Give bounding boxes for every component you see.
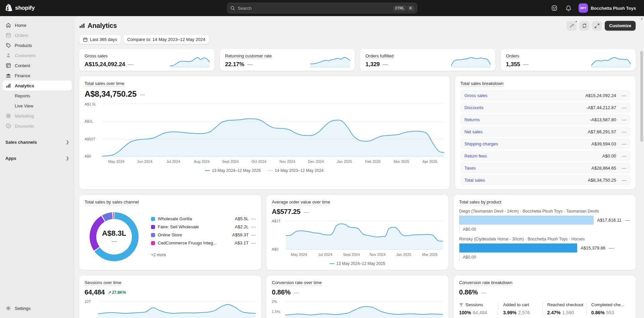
product-compare-value: A$0.00 <box>459 253 630 261</box>
total-sales-value: A$8,34,750.25 <box>85 89 137 99</box>
kpi-value: 22.17% <box>225 61 245 68</box>
notifications-bell-icon[interactable] <box>563 3 574 13</box>
y-tick: A$0 <box>272 247 279 251</box>
sidebar-item-reports[interactable]: Reports <box>3 91 72 101</box>
y-tick: A$50T <box>85 137 95 141</box>
comparison-dash: — <box>619 93 626 98</box>
breakdown-link[interactable]: Gross sales <box>464 93 586 98</box>
refresh-button[interactable] <box>579 21 589 31</box>
total-sales-breakdown-card: Total sales breakdown Gross salesA$15,24… <box>455 76 636 189</box>
breakdown-link[interactable]: Taxes <box>464 166 592 171</box>
card-title[interactable]: Conversion rate over time <box>272 280 322 286</box>
breakdown-rows: Gross salesA$15,24,092.24—Discounts-A$7,… <box>460 90 630 185</box>
kpi-card-orders: Orders1,355— <box>501 49 636 71</box>
legend-line-dotted <box>268 170 273 171</box>
channel-name: Faire: Sell Wholesale <box>158 224 232 229</box>
legend-item: 13 May 2024–12 May 2025 <box>205 168 260 173</box>
orders-icon <box>5 32 11 38</box>
breakdown-link[interactable]: Return fees <box>464 153 602 158</box>
fullscreen-button[interactable] <box>592 21 602 31</box>
sidebar-item-finance[interactable]: Finance <box>3 71 72 81</box>
sidebar: HomeOrdersProductsCustomersContentFinanc… <box>0 16 75 318</box>
breakdown-link[interactable]: Returns <box>464 117 590 122</box>
kpi-label[interactable]: Gross sales <box>85 53 108 59</box>
sidekick-icon[interactable] <box>549 3 560 13</box>
card-title[interactable]: Sessions over time <box>85 280 121 286</box>
x-tick: Jul 2024 <box>312 253 338 257</box>
kpi-label[interactable]: Orders fulfilled <box>365 53 394 59</box>
page-title: Analytics <box>79 22 117 30</box>
x-tick: Feb 2025 <box>359 160 387 164</box>
shopify-logo[interactable]: shopify <box>5 4 35 12</box>
scrollbar-up-arrow[interactable]: ▲ <box>640 17 643 20</box>
kpi-card-returning-customer-rate: Returning customer rate22.17%— <box>220 49 355 71</box>
sidebar-item-orders: Orders <box>3 30 72 40</box>
chevron-right-icon: ❯ <box>66 140 69 144</box>
card-title[interactable]: Total sales over time <box>85 81 125 87</box>
sidebar-item-live-view[interactable]: Live View <box>3 101 72 111</box>
product-item: Rimsky (Clydesdale Horse - 30cm) · Bocch… <box>459 237 630 261</box>
funnel-count: 64,484 <box>473 310 487 315</box>
kpi-label[interactable]: Returning customer rate <box>225 53 272 59</box>
up-arrow-icon: ↗ <box>108 290 111 295</box>
nav-sections: Sales channels❯Apps❯ <box>3 137 72 163</box>
sidebar-item-home[interactable]: Home <box>3 20 72 30</box>
card-title[interactable]: Conversion rate breakdown <box>459 280 512 286</box>
sidebar-item-label: Reports <box>15 93 30 98</box>
funnel-step-added-to-cart: Added to cart3.99%2,576 <box>498 302 542 315</box>
channel-name: Online Store <box>158 232 230 237</box>
comparison-dash: — <box>619 166 626 171</box>
breakdown-link[interactable]: Shipping charges <box>464 141 592 146</box>
sidebar-item-settings[interactable]: Settings <box>3 303 72 313</box>
y-tick: 1.5% <box>272 310 280 314</box>
chart-legend: 13 May 2024–12 May 202514 May 2023–12 Ma… <box>85 168 444 173</box>
sidebar-item-marketing: Marketing <box>3 111 72 121</box>
product-bar[interactable] <box>459 243 577 253</box>
x-axis-labels: May 2024Jul 2024Sept 2024Nov 2024Jan 202… <box>272 253 443 257</box>
breakdown-value: A$7,66,291.57 <box>588 129 616 134</box>
card-title[interactable]: Total sales by product <box>459 199 501 205</box>
card-title[interactable]: Average order value over time <box>272 199 330 205</box>
content-icon <box>5 62 11 69</box>
search-bar[interactable]: Search CTRL K <box>227 3 417 13</box>
sidebar-item-content[interactable]: Content <box>3 60 72 71</box>
conversion-chart: 2%1.5% <box>272 301 443 318</box>
compare-to-chip[interactable]: Compare to: 14 May 2023–12 May 2024 <box>123 35 209 44</box>
breakdown-row-total-sales: Total salesA$8,34,750.25— <box>460 175 630 185</box>
sidebar-item-analytics[interactable]: Analytics <box>3 81 72 91</box>
y-tick: A$1L <box>85 119 93 123</box>
x-tick: Mar 2025 <box>417 253 443 257</box>
customize-button[interactable]: Customize <box>605 21 636 31</box>
breakdown-value: A$28,864.65 <box>591 166 616 171</box>
product-item: Diego (Tasmanian Devil - 24cm) · Bocchet… <box>459 209 630 233</box>
sidebar-section-sales-channels[interactable]: Sales channels❯ <box>3 137 72 147</box>
comparison-dash: — <box>481 289 486 295</box>
date-range-chip[interactable]: Last 365 days <box>79 35 121 44</box>
shopify-bag-icon <box>5 4 13 12</box>
sidebar-item-products[interactable]: Products <box>3 40 72 50</box>
magic-insights-button[interactable] <box>566 21 577 31</box>
kpi-label[interactable]: Orders <box>506 53 519 59</box>
breakdown-link[interactable]: Discounts <box>464 105 586 110</box>
analytics-icon <box>79 23 85 29</box>
product-bar[interactable] <box>459 216 594 225</box>
breakdown-link[interactable]: Total sales <box>464 178 588 183</box>
card-title[interactable]: Total sales breakdown <box>460 81 504 87</box>
x-tick: Dec 2024 <box>302 160 330 164</box>
aov-chart: A$1TA$0 <box>272 220 443 250</box>
kpi-sparkline <box>591 56 631 68</box>
breakdown-link[interactable]: Net sales <box>464 129 588 134</box>
customers-icon <box>5 52 11 58</box>
funnel-count: 2,576 <box>518 310 530 315</box>
account-menu[interactable]: BPT Bocchetta Plush Toys <box>577 2 639 14</box>
sidebar-section-apps[interactable]: Apps❯ <box>3 153 72 163</box>
funnel-icon <box>459 303 463 307</box>
funnel-count: 553 <box>606 310 614 315</box>
card-title[interactable]: Total sales by sales channel <box>85 199 139 205</box>
chevron-right-icon: ❯ <box>66 156 69 161</box>
sessions-delta-badge: ↗27.8K% <box>108 290 126 295</box>
scrollbar-thumb[interactable] <box>640 51 643 142</box>
breakdown-row-discounts: Discounts-A$7,44,212.87— <box>460 102 630 113</box>
more-channels-link[interactable]: +2 more <box>151 253 256 257</box>
search-placeholder: Search <box>238 6 393 11</box>
